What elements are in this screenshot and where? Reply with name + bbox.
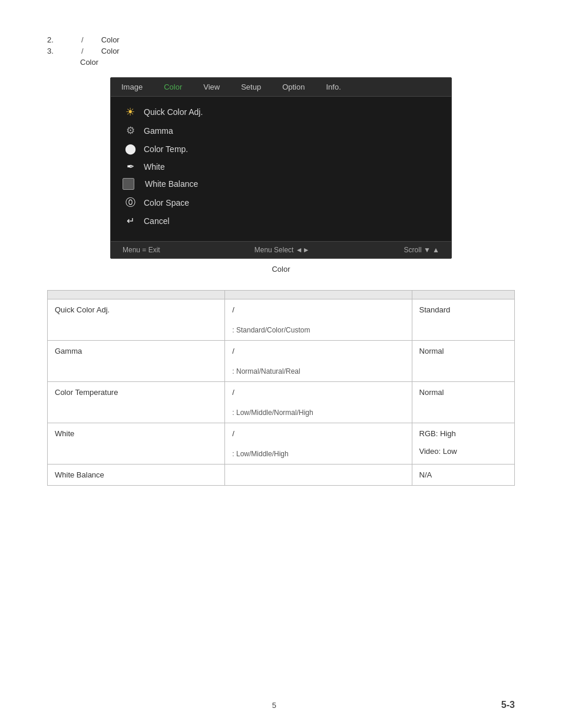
intro-row-3: 3. / Color: [47, 47, 515, 55]
color-sub: Color: [80, 58, 515, 67]
page-number: 5: [272, 701, 276, 710]
td-quick-color-default: Standard: [412, 299, 514, 341]
td-white-default: RGB: HighVideo: Low: [412, 423, 514, 465]
page-container: 2. / Color 3. / Color Color Image Color …: [0, 0, 562, 728]
osd-item-color-space-label: Color Space: [144, 198, 189, 207]
td-white-sub: : Low/Middle/High: [232, 442, 404, 458]
intro-list: 2. / Color 3. / Color Color: [47, 35, 515, 67]
osd-item-white[interactable]: ✒ White: [123, 158, 439, 175]
td-quick-color-desc: / : Standard/Color/Custom: [225, 299, 412, 341]
table-row: Gamma / : Normal/Natural/Real Normal: [48, 341, 515, 382]
td-white-desc: / : Low/Middle/High: [225, 423, 412, 465]
osd-item-color-temp-label: Color Temp.: [144, 144, 188, 154]
table-row: Quick Color Adj. / : Standard/Color/Cust…: [48, 299, 515, 341]
osd-item-white-balance[interactable]: White Balance: [123, 175, 439, 193]
osd-nav: Image Color View Setup Option Info.: [111, 78, 451, 97]
td-quick-color-name: Quick Color Adj.: [48, 299, 225, 341]
osd-item-color-temp[interactable]: ⬤ Color Temp.: [123, 140, 439, 158]
osd-menu: Image Color View Setup Option Info. ☀ Qu…: [110, 77, 452, 259]
osd-item-cancel-label: Cancel: [144, 216, 170, 226]
td-gamma-desc-line: /: [232, 347, 404, 355]
gamma-icon: ⚙: [123, 124, 138, 137]
td-gamma-desc: / : Normal/Natural/Real: [225, 341, 412, 382]
intro-num-2: 2.: [47, 35, 64, 44]
osd-nav-view[interactable]: View: [193, 78, 230, 96]
osd-footer-left: Menu = Exit: [123, 246, 160, 254]
white-balance-icon: [123, 178, 134, 190]
th-default: [412, 291, 514, 299]
td-gamma-sub: : Normal/Natural/Real: [232, 359, 404, 375]
td-gamma-default: Normal: [412, 341, 514, 382]
td-white-balance-name: White Balance: [48, 465, 225, 486]
osd-item-cancel[interactable]: ↵ Cancel: [123, 212, 439, 229]
color-temp-icon: ⬤: [123, 143, 138, 155]
td-white-desc-line: /: [232, 429, 404, 438]
section-number: 5-3: [501, 700, 515, 710]
td-color-temp-desc-line: /: [232, 388, 404, 397]
white-icon: ✒: [123, 161, 138, 172]
td-color-temp-desc: / : Low/Middle/Normal/High: [225, 382, 412, 423]
osd-footer-right: Scroll ▼ ▲: [404, 246, 439, 254]
intro-slash-3: /: [81, 47, 84, 55]
osd-item-quick-color-label: Quick Color Adj.: [144, 107, 203, 117]
table-row: Color Temperature / : Low/Middle/Normal/…: [48, 382, 515, 423]
data-table-wrapper: Quick Color Adj. / : Standard/Color/Cust…: [47, 290, 515, 486]
page-footer: 5 5-3: [47, 700, 515, 710]
osd-item-gamma[interactable]: ⚙ Gamma: [123, 121, 439, 140]
osd-caption: Color: [110, 265, 452, 274]
td-quick-color-desc-line: /: [232, 305, 404, 314]
color-space-icon: ⓪: [123, 196, 138, 209]
th-name: [48, 291, 225, 299]
td-color-temp-sub: : Low/Middle/Normal/High: [232, 400, 404, 417]
osd-item-gamma-label: Gamma: [144, 126, 173, 136]
th-desc: [225, 291, 412, 299]
td-color-temp-name: Color Temperature: [48, 382, 225, 423]
td-color-temp-default: Normal: [412, 382, 514, 423]
osd-footer-center: Menu Select ◄►: [254, 246, 310, 254]
quick-color-icon: ☀: [123, 106, 138, 118]
osd-item-color-space[interactable]: ⓪ Color Space: [123, 193, 439, 212]
intro-color-2: Color: [101, 35, 120, 44]
osd-nav-image[interactable]: Image: [111, 78, 153, 96]
osd-nav-option[interactable]: Option: [272, 78, 315, 96]
osd-nav-color[interactable]: Color: [153, 78, 193, 96]
td-white-balance-default: N/A: [412, 465, 514, 486]
intro-row-2: 2. / Color: [47, 35, 515, 44]
osd-nav-setup[interactable]: Setup: [230, 78, 272, 96]
osd-item-quick-color[interactable]: ☀ Quick Color Adj.: [123, 103, 439, 121]
td-white-name: White: [48, 423, 225, 465]
td-white-balance-desc: [225, 465, 412, 486]
table-row: White Balance N/A: [48, 465, 515, 486]
table-header-row: [48, 291, 515, 299]
intro-num-3: 3.: [47, 47, 64, 55]
osd-wrapper: Image Color View Setup Option Info. ☀ Qu…: [110, 77, 452, 274]
osd-footer: Menu = Exit Menu Select ◄► Scroll ▼ ▲: [111, 241, 451, 258]
table-row: White / : Low/Middle/High RGB: HighVideo…: [48, 423, 515, 465]
cancel-icon: ↵: [123, 215, 138, 226]
td-gamma-name: Gamma: [48, 341, 225, 382]
osd-nav-info[interactable]: Info.: [315, 78, 351, 96]
intro-color-3: Color: [101, 47, 120, 55]
osd-item-white-label: White: [144, 162, 165, 172]
osd-item-white-balance-label: White Balance: [145, 179, 198, 189]
td-quick-color-sub: : Standard/Color/Custom: [232, 318, 404, 334]
intro-slash-2: /: [81, 35, 84, 44]
data-table: Quick Color Adj. / : Standard/Color/Cust…: [47, 290, 515, 486]
osd-body: ☀ Quick Color Adj. ⚙ Gamma ⬤ Color Temp.…: [111, 97, 451, 241]
